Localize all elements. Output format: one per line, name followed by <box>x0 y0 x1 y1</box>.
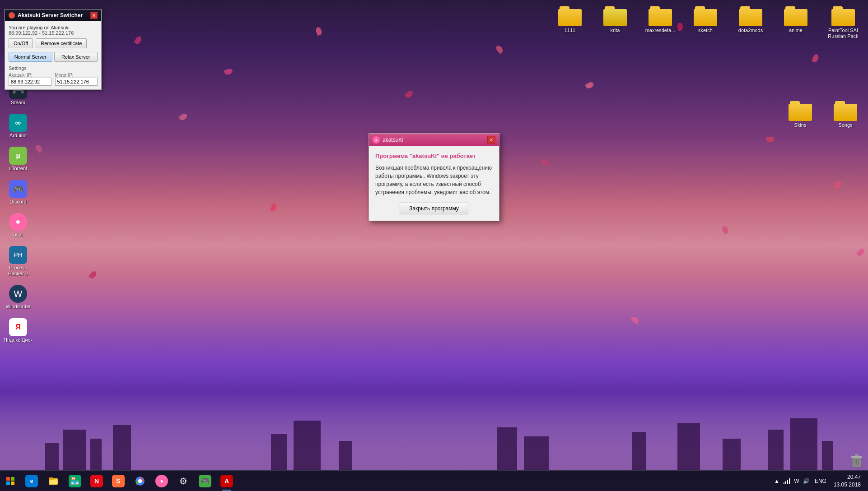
icon-label-skins: Skins <box>794 122 807 128</box>
desktop-icon-maxresdefault[interactable]: maxresdefа... <box>642 5 678 35</box>
taskbar-akatsuki-button[interactable]: A <box>216 471 237 491</box>
folder-icon-dota2mods <box>739 6 762 26</box>
error-dialog: ● akatsuKI × Программа "akatsuKI" не раб… <box>369 133 499 221</box>
settings-section: Settings Akatsuki IP: Mirror IP: <box>9 65 98 86</box>
settings-label: Settings <box>9 65 98 71</box>
tray-windscribe-icon[interactable]: W <box>792 477 801 486</box>
desktop-icon-songs[interactable]: Songs <box>827 99 863 130</box>
system-tray: ▲ W 🔊 ENG 20:47 13.05.2018 <box>769 471 868 491</box>
taskbar-game-button[interactable]: 🎮 <box>195 471 215 491</box>
taskbar-settings-button[interactable]: ⚙ <box>173 471 194 491</box>
game-taskbar-icon: 🎮 <box>199 475 211 487</box>
error-dialog-message: Возникшая проблема привела к прекращению… <box>375 164 493 196</box>
desktop-icon-1111[interactable]: 1111 <box>552 5 588 35</box>
error-dialog-close-button[interactable]: × <box>487 136 495 144</box>
error-dialog-titlebar: ● akatsuKI × <box>369 134 499 146</box>
akatsuki-ip-input[interactable] <box>9 78 51 86</box>
icon-label-dota2mods: dota2mods <box>738 28 763 33</box>
folder-icon-sketch <box>694 6 717 26</box>
utorrent-label: uTorrent <box>9 166 27 171</box>
sidebar-item-osu[interactable]: ● osu! <box>3 211 33 240</box>
icon-label-painttool: PaintTool SAI Russian Pack <box>825 28 862 39</box>
arduino-label: Arduino <box>9 133 27 139</box>
ie-icon: e <box>25 475 38 487</box>
relax-server-tab[interactable]: Relax Server <box>54 52 98 62</box>
taskbar-osu-button[interactable]: ● <box>151 471 172 491</box>
yandex-label: Яндекс.Диск <box>4 337 33 343</box>
sidebar-item-arduino[interactable]: ∞ Arduino <box>3 112 33 140</box>
tray-network-icon[interactable] <box>782 477 791 486</box>
windscribe-icon: W <box>9 285 27 303</box>
server-switcher-body: You are playing on Akatsuki. 88.99.122.9… <box>5 21 101 89</box>
error-dialog-body: Программа "akatsuKI" не работает Возникш… <box>369 146 499 221</box>
desktop-icon-sketch[interactable]: sketch <box>687 5 723 35</box>
icon-label-songs: Songs <box>838 122 852 128</box>
tray-volume-icon[interactable]: 🔊 <box>802 477 811 486</box>
process-hacker-label: Process Hacker 2 <box>5 265 32 277</box>
desktop-icon-painttool[interactable]: PaintTool SAI Russian Pack <box>823 5 863 41</box>
process-hacker-icon: PH <box>9 246 27 264</box>
svg-rect-15 <box>789 478 790 484</box>
folder-icon-anime <box>784 6 807 26</box>
cityscape <box>0 416 868 470</box>
svg-rect-0 <box>6 477 10 481</box>
sidebar-item-utorrent[interactable]: µ uTorrent <box>3 145 33 173</box>
tray-time: 20:47 <box>834 473 861 481</box>
taskbar-ie-button[interactable]: e <box>21 471 42 491</box>
akatsuki-ip-label: Akatsuki IP: <box>9 73 51 78</box>
desktop-icon-dota2mods[interactable]: dota2mods <box>733 5 769 35</box>
desktop-icon-anime[interactable]: anime <box>778 5 814 35</box>
error-dialog-titlebar-left: ● akatsuKI <box>373 136 404 144</box>
sidebar-item-windscribe[interactable]: W Windscribe <box>3 283 33 311</box>
taskbar-netflix-button[interactable]: N <box>86 471 107 491</box>
taskbar-explorer-button[interactable] <box>43 471 64 491</box>
svg-rect-13 <box>785 481 786 484</box>
svg-rect-2 <box>6 482 10 485</box>
windscribe-label: Windscribe <box>6 304 30 310</box>
error-dialog-button-row: Закрыть программу <box>375 203 493 214</box>
folder-icon-skins <box>789 101 812 121</box>
svg-rect-3 <box>11 482 14 485</box>
close-program-button[interactable]: Закрыть программу <box>400 203 468 214</box>
on-off-button[interactable]: On/Off <box>9 38 33 48</box>
icon-label-krita: krita <box>611 28 620 33</box>
svg-point-11 <box>138 479 142 483</box>
taskbar-chrome-button[interactable] <box>130 471 150 491</box>
steam-label: Steam <box>11 100 25 106</box>
desktop-icon-krita[interactable]: krita <box>597 5 633 35</box>
normal-server-tab[interactable]: Normal Server <box>9 52 52 62</box>
tray-expand-button[interactable]: ▲ <box>772 477 781 486</box>
recycle-bin-icon[interactable] <box>850 453 863 470</box>
sidebar-item-process-hacker[interactable]: PH Process Hacker 2 <box>3 244 33 278</box>
sidebar-item-discord[interactable]: 🎮 Discord <box>3 178 33 207</box>
icon-label-1111: 1111 <box>565 28 575 33</box>
osu-icon: ● <box>9 213 27 231</box>
svg-text:e: e <box>30 478 33 484</box>
discord-label: Discord <box>9 199 26 205</box>
ip-fields: Akatsuki IP: Mirror IP: <box>9 73 98 86</box>
utorrent-icon: µ <box>9 147 27 165</box>
dialog-app-icon: ● <box>373 136 380 144</box>
mirror-ip-group: Mirror IP: <box>55 73 98 86</box>
taskbar-store-button[interactable]: 🏪 <box>65 471 85 491</box>
sidebar-item-yandex[interactable]: Я Яндекс.Диск <box>3 316 33 345</box>
folder-icon-krita <box>603 6 627 26</box>
icon-label-anime: anime <box>789 28 803 33</box>
osu-taskbar-icon: ● <box>155 475 168 487</box>
taskbar-sublime-button[interactable]: S <box>108 471 129 491</box>
svg-rect-14 <box>787 480 788 484</box>
mirror-ip-input[interactable] <box>55 78 98 86</box>
folder-icon-painttool <box>831 6 855 26</box>
server-switcher-close-button[interactable]: × <box>90 12 98 19</box>
file-explorer-icon <box>47 475 60 487</box>
tray-clock[interactable]: 20:47 13.05.2018 <box>830 473 864 489</box>
start-button[interactable] <box>0 471 21 491</box>
remove-cert-button[interactable]: Remove certificate <box>36 38 87 48</box>
desktop-icon-skins[interactable]: Skins <box>782 99 818 130</box>
mirror-ip-label: Mirror IP: <box>55 73 98 78</box>
tray-language-indicator[interactable]: ENG <box>812 478 829 484</box>
store-icon: 🏪 <box>69 475 81 487</box>
svg-rect-8 <box>50 480 57 484</box>
chrome-icon <box>134 475 146 487</box>
windows-logo-icon <box>6 477 15 486</box>
